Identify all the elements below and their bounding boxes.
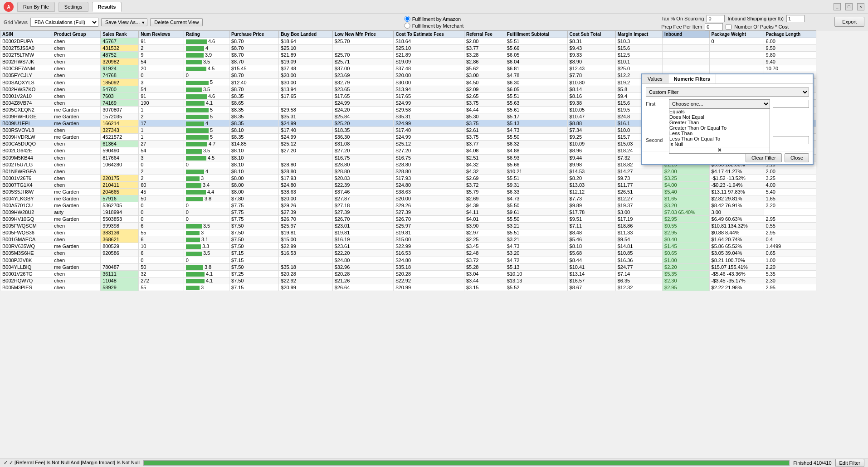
table-cell: 4.1: [184, 277, 229, 284]
col-header-referral[interactable]: Referral Fee: [464, 31, 505, 38]
col-header-low-new[interactable]: Low New Mfn Price: [332, 31, 394, 38]
filter-tab-values[interactable]: Values: [642, 74, 668, 83]
inbound-input[interactable]: [786, 15, 805, 22]
table-cell: 3: [139, 79, 184, 86]
tab-run-by-file[interactable]: Run By File: [17, 2, 55, 12]
table-cell: $24.99: [279, 134, 332, 141]
custom-filter-select[interactable]: Custom Filter: [646, 88, 809, 97]
table-cell: 190: [139, 99, 184, 106]
table-cell: $7.25: [229, 270, 278, 277]
opt-not-equal[interactable]: Does Not Equal: [669, 114, 770, 120]
first-operator-select[interactable]: Choose one... Equals Does Not Equal Grea…: [669, 99, 770, 108]
table-cell: [663, 52, 710, 58]
col-header-buy-box[interactable]: Buy Box Landed: [279, 31, 332, 38]
table-cell: $37.48: [394, 65, 464, 72]
table-cell: chen: [52, 229, 101, 236]
table-cell: $5.13: [505, 120, 567, 127]
table-cell: 2.20: [764, 263, 816, 270]
tax-panel: Tax % On Sourcing Inbound Shipping (per …: [661, 15, 805, 30]
col-header-rating[interactable]: Rating: [184, 31, 229, 38]
table-cell: 74768: [101, 72, 139, 79]
table-cell: $28.80: [394, 168, 464, 175]
delete-view-button[interactable]: Delete Current View: [150, 18, 203, 26]
table-cell: $4.01: [464, 216, 505, 223]
table-cell: me Garden: [52, 113, 101, 120]
table-cell: $9.73: [615, 175, 662, 181]
top-bar: A Run By File Settings Results _ □ ×: [0, 0, 868, 14]
table-cell: chen: [52, 168, 101, 175]
table-cell: $18.35: [332, 127, 394, 134]
col-header-fulfillment-subtotal[interactable]: Fulfillment Subtotal: [505, 31, 567, 38]
table-cell: 58929: [101, 284, 139, 291]
table-cell: $7.50: [229, 223, 278, 229]
minimize-button[interactable]: _: [834, 3, 841, 10]
radio-fbm[interactable]: [405, 23, 410, 29]
tax-input[interactable]: [707, 15, 725, 22]
export-button[interactable]: Export: [834, 17, 864, 27]
table-cell: $20.00: [394, 72, 464, 79]
opt-greater[interactable]: Greater Than: [669, 120, 770, 125]
packs-checkbox[interactable]: [726, 24, 731, 30]
col-header-product-group[interactable]: Product Group: [52, 31, 101, 38]
col-header-sales-rank[interactable]: Sales Rank: [101, 31, 139, 38]
table-cell: 3.5: [184, 147, 229, 154]
opt-greater-equal[interactable]: Greater Than Or Equal To: [669, 125, 770, 131]
opt-equals[interactable]: Equals: [669, 109, 770, 114]
col-header-cost-sub[interactable]: Cost Sub Total: [567, 31, 615, 38]
table-cell: $3.90: [464, 223, 505, 229]
table-cell: $10.21: [505, 168, 567, 175]
opt-null[interactable]: Is Null: [669, 141, 770, 147]
col-header-purchase-price[interactable]: Purchase Price: [229, 31, 278, 38]
col-header-inbound[interactable]: Inbound: [663, 31, 710, 38]
save-view-button[interactable]: Save View As... ▼: [101, 18, 147, 26]
table-cell: me Garden: [52, 134, 101, 141]
table-cell: 2.95: [764, 284, 816, 291]
table-cell: chen: [52, 236, 101, 243]
table-cell: $3.15: [464, 284, 505, 291]
table-cell: 431532: [101, 45, 139, 52]
clear-filter-button[interactable]: Clear Filter: [746, 153, 782, 162]
second-value-input[interactable]: [773, 136, 809, 144]
close-button[interactable]: ×: [857, 3, 864, 10]
table-cell: $8.35: [229, 92, 278, 99]
col-header-pkg-length[interactable]: Package Length: [764, 31, 816, 38]
table-cell: 800529: [101, 243, 139, 250]
table-cell: $35.31: [279, 113, 332, 120]
prep-input[interactable]: [705, 23, 723, 30]
col-header-margin[interactable]: Margin Impact: [615, 31, 662, 38]
table-cell: $20.00: [279, 72, 332, 79]
table-cell: 50: [139, 263, 184, 270]
tab-settings[interactable]: Settings: [59, 2, 88, 12]
filter-tab-numeric[interactable]: Numeric Filters: [668, 74, 716, 83]
col-header-num-reviews[interactable]: Num Reviews: [139, 31, 184, 38]
opt-less[interactable]: Less Than: [669, 131, 770, 136]
table-cell: 5: [184, 134, 229, 141]
table-cell: $14.85: [229, 141, 278, 147]
table-cell: $9.54: [615, 236, 662, 243]
opt-close-x[interactable]: ✕: [669, 147, 770, 153]
table-cell: $25.10: [279, 45, 332, 52]
opt-less-equal[interactable]: Less Than Or Equal To: [669, 136, 770, 141]
table-cell: $3.72: [464, 181, 505, 188]
first-value-input[interactable]: [773, 100, 809, 108]
radio-fba[interactable]: [405, 16, 410, 22]
table-cell: $29.26: [279, 202, 332, 209]
col-header-pkg-weight[interactable]: Package Weight: [709, 31, 764, 38]
table-cell: $25.12: [279, 141, 332, 147]
col-header-asin[interactable]: ASIN: [0, 31, 52, 38]
table-cell: $23.65: [332, 86, 394, 92]
table-cell: $10.41: [567, 263, 615, 270]
table-cell: $5.50: [505, 216, 567, 223]
maximize-button[interactable]: □: [845, 3, 853, 10]
table-cell: $7.73: [567, 195, 615, 202]
col-header-cost-estimate[interactable]: Cost To Estimate Fees: [394, 31, 464, 38]
table-cell: $3.04: [464, 270, 505, 277]
tab-results[interactable]: Results: [92, 2, 122, 12]
main-content: ASIN Product Group Sales Rank Num Review…: [0, 30, 868, 448]
table-cell: chen: [52, 92, 101, 99]
table-cell: $9.38: [567, 99, 615, 106]
grid-views-select[interactable]: FBA Calculations (Full): [30, 18, 98, 27]
table-cell: $4.44: [464, 106, 505, 113]
table-row: B002T5JS5A0chen4315322 4$8.70$25.10$25.1…: [0, 45, 816, 52]
close-filter-button[interactable]: Close: [785, 153, 809, 162]
